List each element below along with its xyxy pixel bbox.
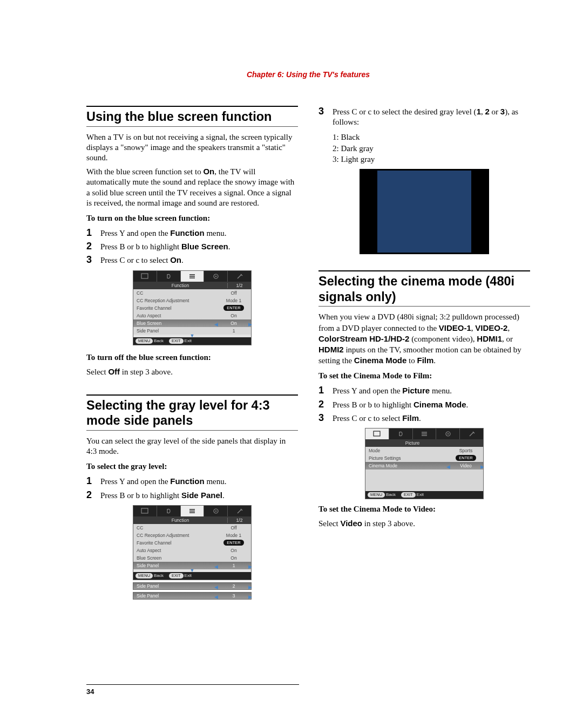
step-number: 2 (318, 399, 333, 410)
page-number: 34 (86, 688, 94, 696)
osd-tab-audio-icon (389, 428, 413, 439)
osd-function-menu-sidepanel: Function1/2 CCOff CC Reception Adjustmen… (133, 505, 252, 580)
osd-tab-setup-icon (460, 428, 483, 439)
svg-rect-6 (374, 431, 380, 436)
cinema-mode-steps: 1 Press Y and open the Picture menu. 2 P… (318, 385, 530, 424)
blue-screen-paragraph-1: When a TV is on but not receiving a sign… (86, 132, 298, 164)
left-column: Using the blue screen function When a TV… (86, 106, 298, 600)
step-number: 3 (318, 106, 333, 117)
osd-tab-function-icon (181, 506, 205, 516)
blue-screen-turn-on-heading: To turn on the blue screen function: (86, 214, 298, 223)
step-number: 1 (86, 227, 100, 239)
osd-tab-picture-icon (365, 428, 389, 439)
blue-screen-steps: 1 Press Y and open the Function menu. 2 … (86, 227, 298, 266)
step-number: 2 (86, 489, 100, 501)
gray-level-steps: 1 Press Y and open the Function menu. 2 … (86, 475, 298, 500)
section-heading-cinema-mode: Selecting the cinema mode (480i signals … (318, 274, 530, 304)
step-number: 3 (86, 254, 100, 266)
blue-screen-turn-off-heading: To turn off the blue screen function: (86, 353, 298, 362)
osd-function-menu-bluescreen: Function1/2 CCOff CC Reception Adjustmen… (133, 270, 252, 345)
osd-sidepanel-row-2: Side Panel2 (133, 582, 252, 590)
svg-point-2 (215, 275, 216, 276)
gray-level-values: 1: Black 2: Dark gray 3: Light gray (333, 132, 530, 165)
cinema-mode-video-heading: To set the Cinema Mode to Video: (318, 505, 530, 514)
gray-level-step3: 3 Press C or c to select the desired gra… (318, 106, 530, 127)
osd-tab-picture-icon (133, 271, 157, 282)
osd-tab-dish-icon (204, 271, 228, 282)
osd-tab-function-icon (181, 271, 205, 282)
gray-level-select-heading: To select the gray level: (86, 462, 298, 471)
right-column: 3 Press C or c to select the desired gra… (318, 106, 530, 600)
chapter-title: Chapter 6: Using the TV's features (86, 70, 530, 79)
cinema-mode-film-heading: To set the Cinema Mode to Film: (318, 371, 530, 380)
osd-tab-audio-icon (157, 271, 181, 282)
svg-point-8 (448, 433, 449, 434)
step-number: 3 (318, 412, 333, 424)
osd-picture-menu: Picture ModeSports Picture SettingsENTER… (365, 428, 484, 499)
cinema-mode-paragraph: When you view a DVD (480i signal; 3:2 pu… (318, 312, 530, 366)
step-number: 2 (86, 241, 100, 252)
step-number: 1 (86, 475, 100, 487)
svg-rect-3 (141, 508, 148, 513)
blue-screen-turn-off-body: Select Off in step 3 above. (86, 366, 298, 377)
section-heading-gray-level: Selecting the gray level for 4:3 mode si… (86, 398, 298, 428)
gray-level-figure (360, 169, 489, 254)
osd-tab-dish-icon (204, 506, 228, 516)
footer-rule (86, 684, 299, 685)
svg-point-5 (215, 511, 216, 512)
section-heading-blue-screen: Using the blue screen function (86, 109, 298, 125)
svg-rect-0 (141, 274, 148, 278)
cinema-mode-video-body: Select Video in step 3 above. (318, 518, 530, 529)
osd-tab-audio-icon (157, 506, 181, 516)
gray-level-paragraph: You can select the gray level of the sid… (86, 436, 298, 457)
osd-tab-setup-icon (228, 271, 251, 282)
step-number: 1 (318, 385, 333, 396)
osd-tab-setup-icon (228, 506, 251, 516)
osd-sidepanel-row-3: Side Panel3 (133, 592, 252, 600)
osd-tab-picture-icon (133, 506, 157, 516)
blue-screen-paragraph-2: With the blue screen function set to On,… (86, 166, 298, 208)
osd-tab-dish-icon (436, 428, 460, 439)
osd-tab-function-icon (413, 428, 437, 439)
